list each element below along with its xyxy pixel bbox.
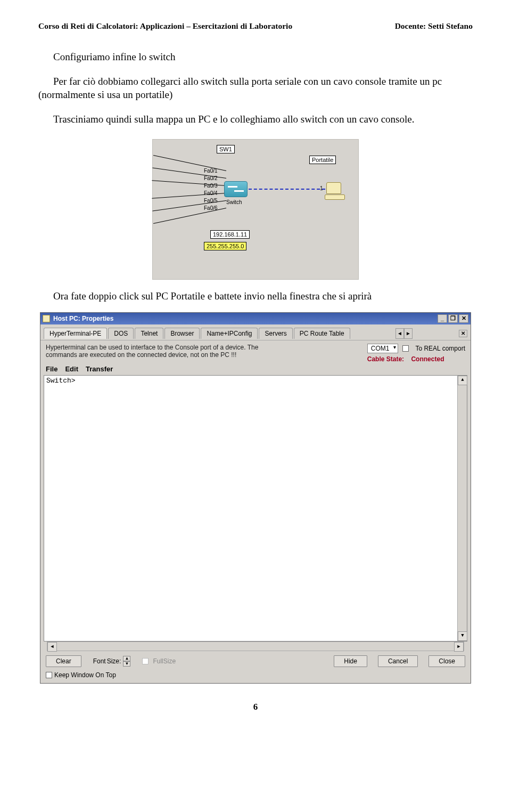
cable-line — [153, 208, 226, 224]
tab-telnet[interactable]: Telnet — [135, 328, 163, 339]
close-window-button[interactable]: ✕ — [459, 314, 468, 323]
page-header: Corso di Reti di Calcolatori: Applicazio… — [38, 21, 473, 31]
console-cable — [249, 189, 325, 190]
window-title: Host PC: Properties — [53, 315, 113, 322]
menu-edit[interactable]: Edit — [65, 365, 78, 373]
fullsize-label: FullSize — [153, 657, 176, 665]
page-number: 6 — [38, 702, 473, 712]
cable-line — [153, 155, 226, 170]
vertical-scrollbar[interactable]: ▲ ▼ — [457, 376, 467, 641]
com-port-select[interactable]: COM1 — [367, 344, 399, 353]
switch-caption: Switch — [226, 199, 242, 205]
portatile-label: Portatile — [309, 156, 336, 164]
port-fa04: Fa0/4 — [204, 190, 218, 196]
real-comport-checkbox[interactable] — [402, 345, 409, 352]
fullsize-checkbox[interactable] — [142, 658, 149, 664]
paragraph-3: Trasciniamo quindi sulla mappa un PC e l… — [38, 112, 473, 126]
tab-close-icon[interactable]: ✕ — [459, 330, 467, 337]
horizontal-scrollbar[interactable]: ◄ ► — [47, 642, 464, 651]
tab-scroll-left[interactable]: ◄ — [395, 328, 404, 339]
hint-text-line1: Hyperterminal can be used to interface t… — [46, 344, 359, 351]
port-fa03: Fa0/3 — [204, 183, 218, 189]
document-body: Configuriamo infine lo switch Per far ci… — [38, 50, 473, 126]
close-button[interactable]: Close — [428, 655, 465, 667]
tab-servers[interactable]: Servers — [259, 328, 292, 339]
font-size-spinner[interactable]: ▲ ▼ — [123, 656, 130, 667]
tab-name-ipconfig[interactable]: Name+IPConfig — [201, 328, 258, 339]
terminal-menubar: File Edit Transfer — [40, 364, 471, 375]
network-diagram: SW1 Portatile Fa0/1 Fa0/2 Fa0/3 Fa0/4 Fa… — [152, 139, 359, 280]
real-comport-label: To REAL comport — [415, 345, 465, 352]
size-label: Size: — [107, 657, 121, 665]
pc-icon — [326, 182, 341, 194]
tab-hyperterminal[interactable]: HyperTerminal-PE — [44, 328, 107, 339]
cable-port-1: 1 — [320, 185, 323, 191]
paragraph-4: Ora fate doppio click sul PC Portatile e… — [38, 289, 473, 303]
terminal-area[interactable]: Switch> ▲ ▼ — [44, 375, 467, 642]
cable-state-value: Connected — [411, 355, 444, 363]
switch-icon — [224, 181, 248, 197]
cable-state-label: Cable State: — [367, 355, 404, 363]
paragraph-2: Per far ciò dobbiamo collegarci allo swi… — [38, 75, 473, 102]
header-right: Docente: Setti Stefano — [395, 21, 473, 31]
tab-pc-route-table[interactable]: PC Route Table — [294, 328, 350, 339]
scroll-left-icon[interactable]: ◄ — [47, 642, 57, 652]
keep-on-top-label: Keep Window On Top — [54, 671, 116, 679]
menu-file[interactable]: File — [46, 365, 57, 373]
hide-button[interactable]: Hide — [334, 655, 367, 667]
spinner-up-icon[interactable]: ▲ — [123, 656, 130, 661]
hint-text-line2: commands are executed on the connected d… — [46, 351, 359, 359]
restore-button[interactable]: ❐ — [448, 314, 458, 323]
minimize-button[interactable]: _ — [438, 314, 447, 323]
terminal-prompt: Switch> — [46, 377, 76, 385]
window-footer: Clear Font Size: ▲ ▼ FullSize Hide Cance… — [40, 652, 471, 671]
tab-scroll-right[interactable]: ► — [404, 328, 413, 339]
keep-on-top-checkbox[interactable] — [46, 672, 52, 678]
scroll-right-icon[interactable]: ► — [454, 642, 464, 652]
spinner-down-icon[interactable]: ▼ — [123, 661, 130, 667]
font-label: Font — [93, 657, 106, 665]
cancel-button[interactable]: Cancel — [378, 655, 418, 667]
tab-browser[interactable]: Browser — [164, 328, 200, 339]
sw1-label: SW1 — [217, 145, 235, 153]
header-left: Corso di Reti di Calcolatori: Applicazio… — [38, 21, 292, 31]
tab-bar: HyperTerminal-PE DOS Telnet Browser Name… — [40, 324, 471, 340]
paragraph-1: Configuriamo infine lo switch — [38, 50, 473, 64]
titlebar[interactable]: Host PC: Properties _ ❐ ✕ — [40, 313, 471, 324]
subnet-mask-label: 255.255.255.0 — [204, 242, 246, 250]
window-app-icon — [43, 315, 50, 322]
tab-dos[interactable]: DOS — [108, 328, 134, 339]
ip-label: 192.168.1.11 — [210, 230, 250, 239]
scroll-up-icon[interactable]: ▲ — [458, 376, 467, 385]
scroll-down-icon[interactable]: ▼ — [458, 631, 467, 641]
menu-transfer[interactable]: Transfer — [86, 365, 113, 373]
clear-button[interactable]: Clear — [46, 655, 81, 667]
host-pc-window: Host PC: Properties _ ❐ ✕ HyperTerminal-… — [40, 312, 471, 684]
